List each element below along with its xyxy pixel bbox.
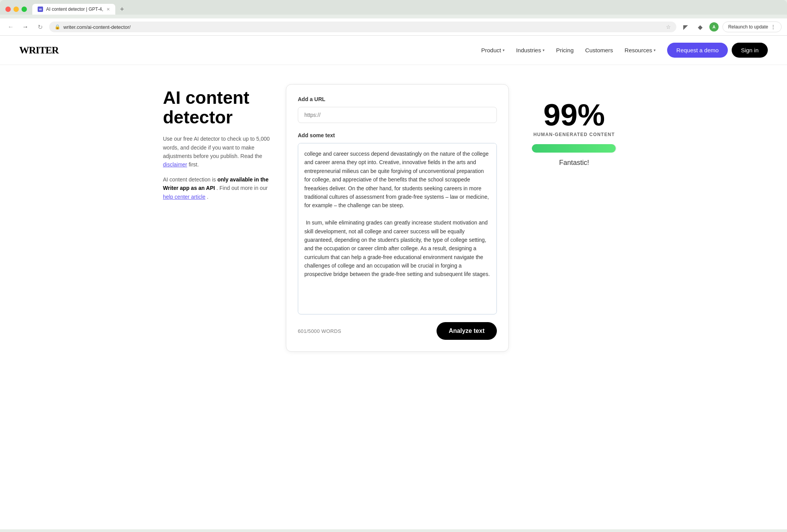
more-options-icon[interactable]: ⋮ (770, 24, 776, 30)
center-panel: Add a URL Add some text 601/5000 WORDS A… (286, 84, 509, 352)
minimize-window-button[interactable] (13, 7, 19, 12)
page-content: WRITER Product ▾ Industries ▾ Pricing Cu… (0, 36, 787, 529)
content-type-label: HUMAN-GENERATED CONTENT (533, 132, 615, 137)
titlebar: W AI content detector | GPT-4, ✕ + (5, 4, 782, 15)
chevron-down-icon: ▾ (503, 48, 505, 52)
bookmark-icon[interactable]: ☆ (666, 24, 671, 30)
word-count: 601/5000 WORDS (298, 328, 341, 334)
lock-icon: 🔒 (55, 24, 60, 30)
chevron-down-icon: ▾ (654, 48, 656, 52)
site-nav: WRITER Product ▾ Industries ▾ Pricing Cu… (0, 36, 787, 65)
toolbar-icons: ◤ ◆ A Relaunch to update ⋮ (680, 22, 782, 32)
rating-label: Fantastic! (559, 159, 589, 167)
tab-bar: W AI content detector | GPT-4, ✕ + (32, 4, 128, 15)
progress-bar (532, 144, 616, 153)
nav-product[interactable]: Product ▾ (481, 47, 505, 53)
browser-chrome: W AI content detector | GPT-4, ✕ + (0, 0, 787, 15)
forward-button[interactable]: → (20, 22, 31, 32)
chevron-down-icon: ▾ (543, 48, 545, 52)
shield-icon[interactable]: ◆ (695, 22, 706, 32)
back-button[interactable]: ← (5, 22, 16, 32)
nav-industries[interactable]: Industries ▾ (516, 47, 545, 53)
analyze-button[interactable]: Analyze text (437, 322, 497, 340)
extensions-icon[interactable]: ◤ (680, 22, 691, 32)
url-section-label: Add a URL (298, 96, 497, 102)
main-layout: AI content detector Use our free AI dete… (144, 65, 643, 371)
address-input[interactable] (63, 24, 663, 30)
traffic-lights (5, 7, 27, 12)
close-window-button[interactable] (5, 7, 11, 12)
request-demo-button[interactable]: Request a demo (667, 43, 728, 58)
relaunch-label: Relaunch to update (728, 24, 768, 30)
nav-pricing[interactable]: Pricing (556, 47, 574, 53)
tab-title: AI content detector | GPT-4, (46, 7, 103, 12)
api-note: AI content detection is only available i… (163, 175, 271, 201)
site-logo[interactable]: WRITER (19, 45, 58, 56)
url-input[interactable] (298, 107, 497, 123)
right-panel: 99% HUMAN-GENERATED CONTENT Fantastic! (524, 84, 624, 352)
page-description: Use our free AI detector to check up to … (163, 135, 271, 169)
maximize-window-button[interactable] (22, 7, 27, 12)
address-bar: ← → ↻ 🔒 ☆ ◤ ◆ A Relaunch to update ⋮ (0, 18, 787, 36)
text-area-wrap (298, 143, 497, 314)
nav-customers[interactable]: Customers (585, 47, 613, 53)
sign-in-button[interactable]: Sign in (732, 43, 768, 58)
nav-resources[interactable]: Resources ▾ (624, 47, 656, 53)
percentage-display: 99% (543, 100, 605, 130)
tab-close-button[interactable]: ✕ (106, 7, 110, 12)
disclaimer-link[interactable]: disclaimer (163, 161, 187, 168)
browser-tab[interactable]: W AI content detector | GPT-4, ✕ (32, 4, 115, 15)
tab-favicon: W (38, 7, 43, 12)
new-tab-button[interactable]: + (117, 4, 128, 15)
left-panel: AI content detector Use our free AI dete… (163, 84, 271, 352)
text-input[interactable] (298, 143, 496, 313)
page-title: AI content detector (163, 88, 271, 127)
avatar[interactable]: A (709, 22, 719, 32)
reload-button[interactable]: ↻ (35, 22, 45, 32)
address-input-wrap[interactable]: 🔒 ☆ (49, 22, 676, 32)
progress-bar-fill (532, 144, 616, 153)
help-center-link[interactable]: help center article (163, 194, 206, 200)
nav-links: Product ▾ Industries ▾ Pricing Customers… (481, 47, 656, 53)
bottom-bar: 601/5000 WORDS Analyze text (298, 322, 497, 340)
relaunch-button[interactable]: Relaunch to update ⋮ (722, 22, 782, 32)
text-section-label: Add some text (298, 132, 497, 138)
